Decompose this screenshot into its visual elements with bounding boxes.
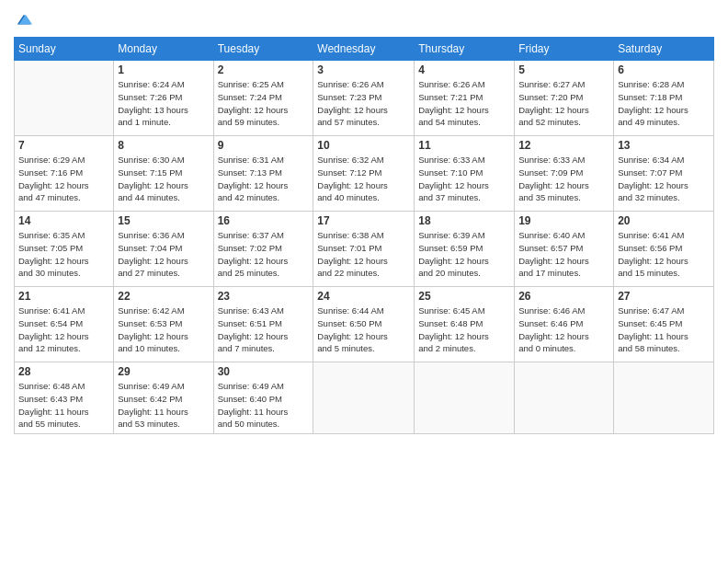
day-number: 29 xyxy=(118,365,209,378)
calendar-cell xyxy=(415,362,515,434)
week-row: 1Sunrise: 6:24 AM Sunset: 7:26 PM Daylig… xyxy=(15,61,714,136)
day-info: Sunrise: 6:29 AM Sunset: 7:16 PM Dayligh… xyxy=(18,154,109,204)
logo xyxy=(14,9,32,29)
day-number: 3 xyxy=(317,63,410,76)
day-number: 2 xyxy=(218,63,310,76)
calendar-cell: 9Sunrise: 6:31 AM Sunset: 7:13 PM Daylig… xyxy=(213,136,313,212)
day-info: Sunrise: 6:48 AM Sunset: 6:43 PM Dayligh… xyxy=(18,380,109,431)
day-number: 18 xyxy=(418,214,510,227)
day-number: 16 xyxy=(218,214,310,227)
day-number: 28 xyxy=(18,365,109,378)
day-number: 1 xyxy=(118,63,209,76)
day-number: 26 xyxy=(518,290,609,303)
calendar: SundayMondayTuesdayWednesdayThursdayFrid… xyxy=(14,37,714,434)
week-row: 14Sunrise: 6:35 AM Sunset: 7:05 PM Dayli… xyxy=(15,212,714,287)
calendar-cell: 12Sunrise: 6:33 AM Sunset: 7:09 PM Dayli… xyxy=(515,136,614,212)
day-info: Sunrise: 6:45 AM Sunset: 6:48 PM Dayligh… xyxy=(418,304,510,355)
day-info: Sunrise: 6:40 AM Sunset: 6:57 PM Dayligh… xyxy=(518,229,609,280)
day-info: Sunrise: 6:34 AM Sunset: 7:07 PM Dayligh… xyxy=(618,154,710,204)
logo-icon xyxy=(16,13,32,29)
calendar-cell: 25Sunrise: 6:45 AM Sunset: 6:48 PM Dayli… xyxy=(415,287,515,362)
calendar-cell: 3Sunrise: 6:26 AM Sunset: 7:23 PM Daylig… xyxy=(313,61,415,136)
day-info: Sunrise: 6:39 AM Sunset: 6:59 PM Dayligh… xyxy=(418,229,510,280)
day-info: Sunrise: 6:38 AM Sunset: 7:01 PM Dayligh… xyxy=(317,229,410,280)
day-number: 22 xyxy=(118,290,209,303)
day-info: Sunrise: 6:33 AM Sunset: 7:09 PM Dayligh… xyxy=(518,154,609,204)
week-row: 7Sunrise: 6:29 AM Sunset: 7:16 PM Daylig… xyxy=(15,136,714,212)
day-info: Sunrise: 6:46 AM Sunset: 6:46 PM Dayligh… xyxy=(518,304,609,355)
day-info: Sunrise: 6:26 AM Sunset: 7:21 PM Dayligh… xyxy=(418,78,510,129)
day-info: Sunrise: 6:24 AM Sunset: 7:26 PM Dayligh… xyxy=(118,78,209,129)
day-info: Sunrise: 6:49 AM Sunset: 6:40 PM Dayligh… xyxy=(218,380,310,431)
weekday-header: Monday xyxy=(114,38,213,61)
calendar-cell: 6Sunrise: 6:28 AM Sunset: 7:18 PM Daylig… xyxy=(614,61,714,136)
calendar-cell: 27Sunrise: 6:47 AM Sunset: 6:45 PM Dayli… xyxy=(614,287,714,362)
day-number: 5 xyxy=(518,63,609,76)
day-info: Sunrise: 6:37 AM Sunset: 7:02 PM Dayligh… xyxy=(218,229,310,280)
day-number: 6 xyxy=(618,63,710,76)
calendar-cell: 21Sunrise: 6:41 AM Sunset: 6:54 PM Dayli… xyxy=(15,287,114,362)
day-number: 17 xyxy=(317,214,410,227)
day-number: 7 xyxy=(18,139,109,152)
day-number: 12 xyxy=(518,139,609,152)
day-number: 24 xyxy=(317,290,410,303)
weekday-header-row: SundayMondayTuesdayWednesdayThursdayFrid… xyxy=(15,38,714,61)
day-number: 4 xyxy=(418,63,510,76)
header-row xyxy=(14,9,714,29)
week-row: 28Sunrise: 6:48 AM Sunset: 6:43 PM Dayli… xyxy=(15,362,714,434)
day-number: 20 xyxy=(618,214,710,227)
day-number: 27 xyxy=(618,290,710,303)
calendar-cell xyxy=(515,362,614,434)
day-info: Sunrise: 6:31 AM Sunset: 7:13 PM Dayligh… xyxy=(218,154,310,204)
calendar-cell: 28Sunrise: 6:48 AM Sunset: 6:43 PM Dayli… xyxy=(15,362,114,434)
calendar-cell: 29Sunrise: 6:49 AM Sunset: 6:42 PM Dayli… xyxy=(114,362,213,434)
calendar-cell: 20Sunrise: 6:41 AM Sunset: 6:56 PM Dayli… xyxy=(614,212,714,287)
calendar-cell: 17Sunrise: 6:38 AM Sunset: 7:01 PM Dayli… xyxy=(313,212,415,287)
weekday-header: Friday xyxy=(515,38,614,61)
calendar-cell: 14Sunrise: 6:35 AM Sunset: 7:05 PM Dayli… xyxy=(15,212,114,287)
calendar-cell: 23Sunrise: 6:43 AM Sunset: 6:51 PM Dayli… xyxy=(213,287,313,362)
calendar-cell: 19Sunrise: 6:40 AM Sunset: 6:57 PM Dayli… xyxy=(515,212,614,287)
calendar-cell xyxy=(313,362,415,434)
day-info: Sunrise: 6:30 AM Sunset: 7:15 PM Dayligh… xyxy=(118,154,209,204)
calendar-cell: 22Sunrise: 6:42 AM Sunset: 6:53 PM Dayli… xyxy=(114,287,213,362)
day-info: Sunrise: 6:36 AM Sunset: 7:04 PM Dayligh… xyxy=(118,229,209,280)
day-number: 13 xyxy=(618,139,710,152)
day-number: 21 xyxy=(18,290,109,303)
calendar-cell: 1Sunrise: 6:24 AM Sunset: 7:26 PM Daylig… xyxy=(114,61,213,136)
day-number: 25 xyxy=(418,290,510,303)
calendar-cell: 13Sunrise: 6:34 AM Sunset: 7:07 PM Dayli… xyxy=(614,136,714,212)
day-number: 30 xyxy=(218,365,310,378)
weekday-header: Saturday xyxy=(614,38,714,61)
day-info: Sunrise: 6:43 AM Sunset: 6:51 PM Dayligh… xyxy=(218,304,310,355)
day-number: 15 xyxy=(118,214,209,227)
weekday-header: Sunday xyxy=(15,38,114,61)
main-container: SundayMondayTuesdayWednesdayThursdayFrid… xyxy=(0,0,728,439)
day-info: Sunrise: 6:41 AM Sunset: 6:54 PM Dayligh… xyxy=(18,304,109,355)
day-number: 11 xyxy=(418,139,510,152)
calendar-cell: 15Sunrise: 6:36 AM Sunset: 7:04 PM Dayli… xyxy=(114,212,213,287)
day-info: Sunrise: 6:41 AM Sunset: 6:56 PM Dayligh… xyxy=(618,229,710,280)
calendar-cell: 8Sunrise: 6:30 AM Sunset: 7:15 PM Daylig… xyxy=(114,136,213,212)
calendar-cell xyxy=(614,362,714,434)
calendar-cell: 11Sunrise: 6:33 AM Sunset: 7:10 PM Dayli… xyxy=(415,136,515,212)
calendar-cell: 26Sunrise: 6:46 AM Sunset: 6:46 PM Dayli… xyxy=(515,287,614,362)
day-info: Sunrise: 6:32 AM Sunset: 7:12 PM Dayligh… xyxy=(317,154,410,204)
calendar-cell: 16Sunrise: 6:37 AM Sunset: 7:02 PM Dayli… xyxy=(213,212,313,287)
day-number: 9 xyxy=(218,139,310,152)
logo-text xyxy=(14,13,32,29)
day-info: Sunrise: 6:28 AM Sunset: 7:18 PM Dayligh… xyxy=(618,78,710,129)
day-info: Sunrise: 6:49 AM Sunset: 6:42 PM Dayligh… xyxy=(118,380,209,431)
calendar-cell: 7Sunrise: 6:29 AM Sunset: 7:16 PM Daylig… xyxy=(15,136,114,212)
day-number: 23 xyxy=(218,290,310,303)
day-number: 8 xyxy=(118,139,209,152)
day-info: Sunrise: 6:44 AM Sunset: 6:50 PM Dayligh… xyxy=(317,304,410,355)
day-info: Sunrise: 6:27 AM Sunset: 7:20 PM Dayligh… xyxy=(518,78,609,129)
calendar-cell: 30Sunrise: 6:49 AM Sunset: 6:40 PM Dayli… xyxy=(213,362,313,434)
day-info: Sunrise: 6:33 AM Sunset: 7:10 PM Dayligh… xyxy=(418,154,510,204)
calendar-cell xyxy=(15,61,114,136)
day-info: Sunrise: 6:26 AM Sunset: 7:23 PM Dayligh… xyxy=(317,78,410,129)
day-number: 19 xyxy=(518,214,609,227)
weekday-header: Thursday xyxy=(415,38,515,61)
day-info: Sunrise: 6:25 AM Sunset: 7:24 PM Dayligh… xyxy=(218,78,310,129)
